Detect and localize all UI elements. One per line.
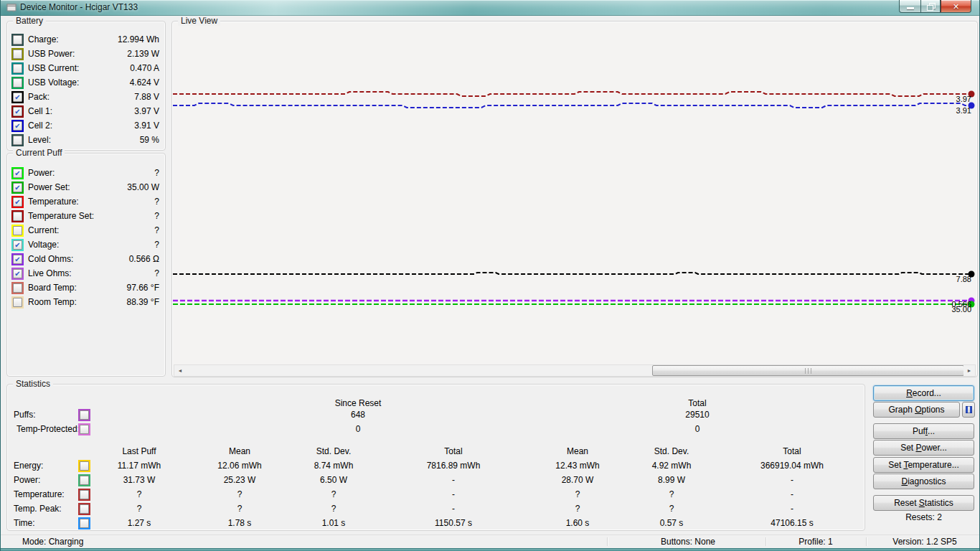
current-puff-row-value: ? — [154, 211, 159, 221]
temperature-set-checkbox[interactable] — [13, 212, 22, 221]
board-temp-checkbox[interactable] — [13, 283, 22, 293]
minimize-button[interactable] — [899, 0, 920, 13]
chart-horizontal-scrollbar[interactable]: ◄ ► — [174, 364, 976, 377]
current-puff-row: Power: ? — [11, 166, 159, 179]
battery-row-value: 3.91 V — [134, 121, 159, 131]
current-puff-row-value: ? — [154, 197, 159, 207]
series-color-swatch — [78, 474, 90, 486]
usb-current-checkbox[interactable] — [13, 64, 22, 73]
charge-checkbox[interactable] — [13, 35, 22, 44]
button-label: Set — [888, 460, 903, 470]
close-button[interactable]: ✕ — [941, 0, 971, 13]
counter-header-row: Since Reset Total — [7, 398, 864, 410]
stat-cell: 7816.89 mWh — [427, 461, 481, 471]
temp-peak-checkbox[interactable] — [80, 504, 89, 514]
temperature-stat-checkbox[interactable] — [80, 490, 89, 499]
button-label: ecord... — [913, 388, 941, 398]
room-temp-checkbox[interactable] — [13, 298, 22, 307]
cell1-checkbox[interactable] — [13, 107, 22, 116]
stat-cell: 8.99 W — [658, 475, 685, 485]
button-label: ower... — [922, 443, 947, 453]
stat-cell: ? — [137, 489, 142, 499]
scroll-left-button[interactable]: ◄ — [174, 365, 186, 376]
series-color-swatch — [78, 423, 90, 435]
stat-cell: ? — [669, 489, 674, 499]
voltage-checkbox[interactable] — [13, 240, 22, 250]
puffs-label: Puffs: — [14, 410, 35, 420]
stat-cell: 0.57 s — [660, 518, 684, 528]
device-monitor-window: Device Monitor - Hcigar VT133 ✕ Battery … — [0, 0, 980, 551]
set-temperature-button[interactable]: Set Temperature... — [873, 457, 974, 473]
battery-row-value: 4.624 V — [130, 77, 159, 88]
since-reset-header: Since Reset — [335, 398, 382, 408]
status-buttons: Buttons: None — [661, 537, 715, 547]
energy-checkbox[interactable] — [80, 461, 89, 471]
live-view-groupbox: Live View 3.97 3.91 7.88 0.566 35.00 ◄ ► — [171, 21, 978, 377]
cold-ohms-checkbox[interactable] — [13, 255, 22, 264]
cell2-checkbox[interactable] — [13, 121, 22, 131]
usb-power-checkbox[interactable] — [13, 50, 22, 59]
power-checkbox[interactable] — [13, 169, 22, 178]
series-color-swatch — [11, 296, 24, 309]
current-puff-group-title: Current Puff — [13, 148, 65, 158]
button-label: emperature... — [908, 460, 958, 470]
stat-cell: 6.50 W — [320, 475, 347, 485]
live-ohms-checkbox[interactable] — [13, 269, 22, 278]
stat-cell: 25.23 W — [224, 475, 256, 485]
set-power-button[interactable]: Set Power... — [873, 440, 974, 456]
stats-row-time: Time: 1.27 s 1.78 s 1.01 s 1150.57 s 1.6… — [7, 518, 864, 530]
status-mode: Mode: Charging — [22, 537, 83, 547]
series-color-swatch — [11, 120, 24, 132]
series-color-swatch — [11, 196, 24, 208]
column-header: Total — [444, 446, 462, 456]
cell2-trace — [173, 103, 971, 108]
puffs-since-reset-value: 648 — [351, 410, 365, 420]
pause-icon — [966, 406, 972, 413]
battery-row-value: 12.994 Wh — [118, 34, 159, 44]
usb-voltage-checkbox[interactable] — [13, 78, 22, 88]
time-checkbox[interactable] — [80, 519, 89, 528]
current-puff-row-label: Temperature Set: — [28, 211, 94, 221]
battery-row-label: USB Voltage: — [28, 77, 79, 88]
battery-row-value: 0.470 A — [130, 63, 159, 73]
current-puff-row-label: Room Temp: — [28, 297, 77, 307]
current-puff-row-label: Temperature: — [28, 197, 79, 207]
level-checkbox[interactable] — [13, 136, 22, 145]
battery-row: Cell 2: 3.91 V — [11, 119, 159, 132]
pack-checkbox[interactable] — [13, 93, 22, 102]
stat-cell: - — [452, 489, 455, 499]
restore-button[interactable] — [920, 0, 941, 13]
current-puff-row-label: Power Set: — [28, 182, 70, 192]
stat-cell: 1.01 s — [322, 518, 346, 528]
button-label: tatistics — [925, 498, 953, 508]
battery-row-label: USB Power: — [28, 49, 75, 59]
power-stat-checkbox[interactable] — [80, 476, 89, 485]
stat-cell: - — [791, 504, 793, 514]
puffs-checkbox[interactable] — [80, 410, 89, 420]
status-version: Version: 1.2 SP5 — [892, 537, 956, 547]
button-mnemonic: O — [915, 405, 921, 415]
puff-button[interactable]: Puff... — [873, 423, 974, 439]
current-puff-row-label: Cold Ohms: — [28, 254, 73, 264]
stat-cell: 1150.57 s — [435, 518, 472, 528]
title-bar[interactable]: Device Monitor - Hcigar VT133 ✕ — [1, 0, 980, 16]
reset-statistics-button[interactable]: Reset Statistics — [873, 495, 974, 511]
battery-row-label: Cell 1: — [28, 106, 52, 116]
series-color-swatch — [11, 182, 24, 194]
scroll-right-button[interactable]: ► — [963, 365, 975, 376]
diagnostics-button[interactable]: Diagnostics — [873, 474, 974, 489]
series-color-swatch — [11, 134, 24, 146]
record-button[interactable]: Record... — [873, 385, 974, 401]
power-set-checkbox[interactable] — [13, 183, 22, 192]
temperature-checkbox[interactable] — [13, 197, 22, 207]
stat-cell: ? — [575, 504, 580, 514]
current-checkbox[interactable] — [13, 226, 22, 235]
scrollbar-thumb[interactable] — [652, 365, 964, 376]
window-caption-buttons: ✕ — [899, 0, 971, 13]
graph-options-button[interactable]: Graph Options — [873, 402, 960, 418]
stats-row-temperature: Temperature: ? ? ? - ? ? - — [7, 489, 864, 501]
temp-protected-checkbox[interactable] — [80, 425, 89, 434]
stat-row-label: Temp. Peak: — [14, 504, 62, 514]
series-color-swatch — [11, 282, 24, 294]
pause-button[interactable] — [962, 402, 975, 418]
